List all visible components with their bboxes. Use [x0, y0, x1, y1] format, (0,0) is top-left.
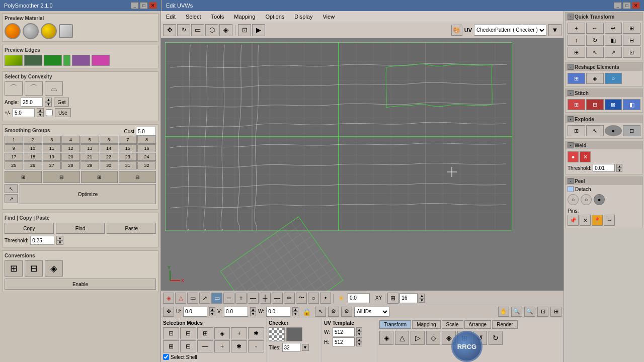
sg-19[interactable]: 19 — [43, 153, 61, 161]
move-icon-btn[interactable]: ✥ — [163, 307, 174, 317]
uvw-close-btn[interactable]: ✕ — [632, 2, 640, 9]
detach-checkbox[interactable] — [568, 186, 574, 192]
bt-pen-btn[interactable]: ✏ — [284, 293, 295, 304]
tb-nav-btn[interactable]: ▶ — [252, 24, 265, 36]
sg-32[interactable]: 32 — [137, 161, 156, 169]
sg-29[interactable]: 29 — [80, 161, 99, 169]
stitch-icon-4[interactable]: ◧ — [623, 99, 640, 110]
peel-header[interactable]: - Peel — [566, 177, 642, 185]
quick-transform-header[interactable]: - Quick Transform — [566, 13, 642, 21]
edge-icon-1[interactable] — [5, 55, 23, 66]
stitch-collapse-btn[interactable]: - — [568, 90, 574, 96]
pm-spin-up[interactable]: ▲ — [37, 108, 44, 113]
weld-spin-up[interactable]: ▲ — [616, 164, 622, 168]
zoom-out-btn[interactable]: 🔍 — [524, 307, 535, 317]
qt-icon-12[interactable]: ⊡ — [623, 47, 640, 58]
thresh-spin-down[interactable]: ▼ — [56, 240, 63, 245]
tb-handle-btn[interactable]: ◈ — [219, 24, 232, 36]
sg-26[interactable]: 26 — [24, 161, 42, 169]
paste-button[interactable]: Paste — [107, 223, 156, 234]
bt-box-btn[interactable]: ▭ — [187, 293, 198, 304]
sg-28[interactable]: 28 — [61, 161, 80, 169]
bt-dot-btn[interactable]: • — [320, 293, 331, 304]
sun-icon-btn[interactable]: ☀ — [336, 293, 347, 304]
get-button[interactable]: Get — [54, 98, 69, 107]
stitch-header[interactable]: - Stitch — [566, 89, 642, 97]
re-collapse-btn[interactable]: - — [568, 64, 574, 70]
angle-spin-up[interactable]: ▲ — [45, 98, 52, 102]
h-spin-up[interactable]: ▲ — [356, 337, 362, 342]
v-spin-up[interactable]: ▲ — [250, 307, 256, 312]
sel-btn-4[interactable]: ◈ — [214, 327, 230, 339]
sg-4[interactable]: 4 — [61, 136, 80, 144]
tb-rect-btn[interactable]: ▭ — [191, 24, 204, 36]
checker-solid-btn[interactable] — [286, 327, 302, 341]
peel-icon-1[interactable]: ○ — [568, 194, 579, 205]
qt-icon-10[interactable]: ↖ — [586, 47, 604, 58]
angle-spin-down[interactable]: ▼ — [45, 102, 52, 107]
zoom-in-btn[interactable]: 🔍 — [511, 307, 522, 317]
t-icon-8[interactable]: ↻ — [489, 331, 503, 345]
sg-arrow-2[interactable]: ↗ — [5, 194, 18, 203]
menu-edit[interactable]: Edit — [163, 13, 179, 21]
thresh-spin-up[interactable]: ▲ — [56, 236, 63, 240]
checker-icon-btn[interactable]: 🎨 — [451, 25, 462, 36]
close-btn[interactable]: ✕ — [149, 2, 157, 9]
sg-30[interactable]: 30 — [100, 161, 118, 169]
mat-icon-gold[interactable] — [41, 23, 57, 39]
w-spin-down-2[interactable]: ▼ — [356, 332, 362, 336]
bt-plus-btn[interactable]: + — [235, 293, 247, 304]
weld-header[interactable]: - Weld — [566, 141, 642, 149]
qt-icon-1[interactable]: + — [568, 23, 585, 34]
zoom-spin-up[interactable]: ▲ — [419, 294, 425, 298]
explode-header[interactable]: - Explode — [566, 115, 642, 123]
sg-5[interactable]: 5 — [80, 136, 99, 144]
settings-icon-btn[interactable]: ⚙ — [341, 307, 352, 317]
tab-transform[interactable]: Transform — [379, 320, 411, 329]
explode-icon-2[interactable]: ↖ — [586, 125, 604, 136]
peel-collapse-btn[interactable]: - — [568, 178, 574, 184]
weld-icon-2[interactable]: ✕ — [580, 151, 591, 162]
u-input[interactable] — [183, 307, 207, 317]
sel-btn-6[interactable]: ✱ — [248, 327, 264, 339]
bt-select-btn[interactable]: ◈ — [163, 293, 174, 304]
sg-18[interactable]: 18 — [24, 153, 42, 161]
qt-icon-8[interactable]: ⊟ — [623, 35, 640, 46]
fit-btn[interactable]: ⊡ — [537, 307, 548, 317]
sg-14[interactable]: 14 — [100, 144, 118, 152]
bt-circle-btn[interactable]: ○ — [308, 293, 319, 304]
sg-23[interactable]: 23 — [119, 153, 137, 161]
u-spin-up[interactable]: ▲ — [209, 307, 215, 312]
uvw-minimize-btn[interactable]: _ — [614, 2, 622, 9]
edge-icon-5[interactable] — [72, 55, 90, 66]
checker-select[interactable]: CheckerPattern ( Checker ) — [474, 25, 546, 36]
re-icon-3[interactable]: ○ — [605, 73, 622, 84]
w-spin-up-2[interactable]: ▲ — [356, 327, 362, 332]
w-spin-up[interactable]: ▲ — [292, 307, 298, 312]
sel-btn-11[interactable]: ✱ — [231, 340, 247, 352]
grid-icon-btn[interactable]: ⊞ — [387, 293, 398, 304]
v-spin-down[interactable]: ▼ — [250, 312, 256, 316]
render-btn[interactable]: ⊞ — [550, 307, 561, 317]
w-spin-down[interactable]: ▼ — [292, 312, 298, 316]
find-button[interactable]: Find — [56, 223, 105, 234]
sel-btn-7[interactable]: ⊞ — [163, 340, 179, 352]
peel-icon-2[interactable]: ○ — [581, 194, 592, 205]
tab-render[interactable]: Render — [492, 320, 518, 329]
edge-icon-2[interactable] — [24, 55, 42, 66]
bt-arrow-btn[interactable]: ↗ — [199, 293, 210, 304]
plusminus-input[interactable] — [13, 108, 35, 117]
sg-clear-2[interactable]: ⊟ — [43, 171, 80, 183]
weld-spin-down[interactable]: ▼ — [616, 168, 622, 172]
bt-bar1-btn[interactable]: ═ — [223, 293, 234, 304]
pins-icon-4[interactable]: ↔ — [604, 215, 615, 226]
bt-curve-btn[interactable]: 〜 — [296, 293, 307, 304]
template-w-input[interactable] — [333, 327, 355, 336]
tab-arrange[interactable]: Arrange — [464, 320, 492, 329]
tb-freeform-btn[interactable]: ⊡ — [238, 24, 251, 36]
sel-btn-9[interactable]: — — [197, 340, 213, 352]
qt-icon-7[interactable]: ◧ — [605, 35, 622, 46]
peel-icon-3[interactable]: ● — [594, 194, 605, 205]
magnet-icon-btn[interactable]: ⚙ — [328, 307, 339, 317]
sg-20[interactable]: 20 — [61, 153, 80, 161]
